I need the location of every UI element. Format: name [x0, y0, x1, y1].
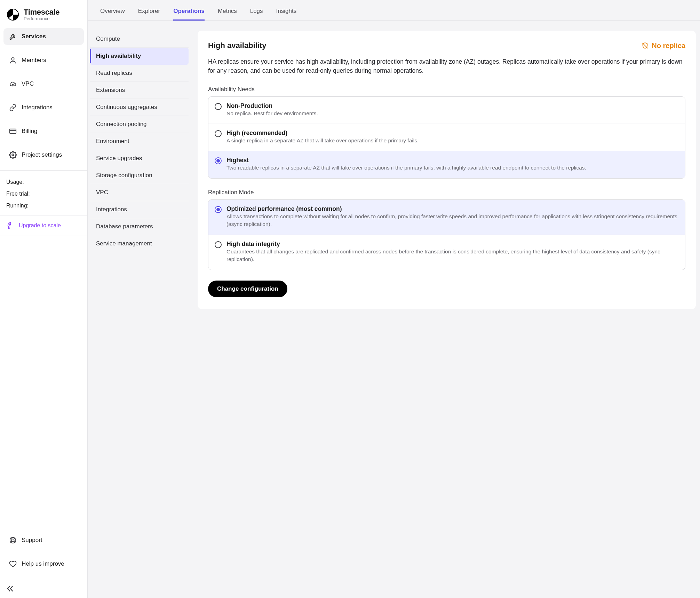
service-tabs: Overview Explorer Operations Metrics Log… [88, 2, 700, 21]
cloud-icon [9, 80, 17, 88]
sidebar-item-label: Integrations [22, 104, 53, 111]
link-icon [9, 104, 17, 111]
sidebar-item-label: Project settings [22, 151, 62, 158]
subnav-read-replicas[interactable]: Read replicas [90, 65, 189, 82]
tab-logs[interactable]: Logs [250, 2, 263, 21]
subnav-connection-pooling[interactable]: Connection pooling [90, 116, 189, 133]
subnav-service-upgrades[interactable]: Service upgrades [90, 150, 189, 167]
replication-section-label: Replication Mode [208, 189, 685, 196]
subnav-vpc[interactable]: VPC [90, 184, 189, 201]
radio-icon [215, 157, 222, 164]
option-title: High (recommended) [226, 129, 287, 136]
subnav-environment[interactable]: Environment [90, 133, 189, 150]
upgrade-link[interactable]: Upgrade to scale [0, 215, 87, 236]
sidebar-item-services[interactable]: Services [3, 28, 84, 45]
sidebar-usage-section: Usage: Free trial: Running: [0, 170, 87, 215]
availability-option-group: Non-Production No replica. Best for dev … [208, 96, 685, 179]
svg-line-8 [11, 538, 12, 540]
subnav-integrations[interactable]: Integrations [90, 201, 189, 218]
trial-label: Free trial: [6, 188, 81, 200]
svg-line-10 [11, 541, 12, 543]
radio-icon [215, 206, 222, 213]
subnav-database-parameters[interactable]: Database parameters [90, 218, 189, 235]
radio-icon [215, 103, 222, 110]
sidebar-item-members[interactable]: Members [3, 52, 84, 69]
replication-option-optimized[interactable]: Optimized performance (most common) Allo… [208, 200, 685, 235]
shield-off-icon [641, 42, 649, 49]
svg-point-5 [10, 224, 11, 225]
svg-line-9 [14, 541, 15, 543]
tab-overview[interactable]: Overview [100, 2, 125, 21]
sidebar-item-label: Members [22, 57, 46, 64]
sidebar-item-label: VPC [22, 80, 34, 87]
option-title: High data integrity [226, 241, 280, 247]
sidebar-item-help-improve[interactable]: Help us improve [3, 556, 84, 572]
replication-option-group: Optimized performance (most common) Allo… [208, 199, 685, 270]
chevron-double-left-icon [6, 585, 15, 592]
option-description: A single replica in a separate AZ that w… [226, 137, 679, 144]
main-content: Overview Explorer Operations Metrics Log… [88, 0, 700, 598]
change-configuration-button[interactable]: Change configuration [208, 281, 287, 297]
wrench-icon [9, 33, 17, 40]
sidebar-item-vpc[interactable]: VPC [3, 76, 84, 92]
running-label: Running: [6, 200, 81, 212]
sidebar: Timescale Performance Services Members [0, 0, 88, 598]
operations-subnav: Compute High availability Read replicas … [88, 31, 189, 309]
radio-icon [215, 130, 222, 137]
sidebar-item-billing[interactable]: Billing [3, 123, 84, 140]
tab-operations[interactable]: Operations [173, 2, 205, 21]
availability-option-highest[interactable]: Highest Two readable replicas in a separ… [208, 151, 685, 178]
availability-option-high[interactable]: High (recommended) A single replica in a… [208, 124, 685, 151]
sidebar-item-integrations[interactable]: Integrations [3, 99, 84, 116]
sidebar-item-support[interactable]: Support [3, 532, 84, 549]
gear-icon [9, 151, 17, 159]
tab-insights[interactable]: Insights [276, 2, 297, 21]
primary-nav: Services Members VPC Integrations [0, 25, 87, 170]
subnav-compute[interactable]: Compute [90, 31, 189, 48]
brand-subtitle: Performance [24, 16, 59, 21]
heart-icon [9, 560, 17, 568]
panel-description: HA replicas ensure your service has high… [208, 57, 685, 76]
subnav-extensions[interactable]: Extensions [90, 82, 189, 99]
rocket-icon [6, 222, 14, 229]
option-description: Two readable replicas in a separate AZ t… [226, 164, 679, 172]
svg-rect-2 [10, 129, 16, 134]
sidebar-item-project-settings[interactable]: Project settings [3, 147, 84, 163]
option-title: Optimized performance (most common) [226, 205, 342, 212]
radio-icon [215, 241, 222, 248]
option-title: Non-Production [226, 102, 272, 109]
sidebar-item-label: Services [22, 33, 46, 40]
sidebar-item-label: Help us improve [22, 560, 64, 567]
subnav-high-availability[interactable]: High availability [90, 48, 189, 65]
lifebuoy-icon [9, 536, 17, 544]
brand-block: Timescale Performance [0, 0, 87, 25]
brand-logo-icon [6, 8, 19, 21]
option-title: Highest [226, 157, 249, 164]
brand-title: Timescale [24, 8, 59, 17]
availability-section-label: Availability Needs [208, 86, 685, 93]
svg-line-11 [14, 538, 15, 540]
sidebar-item-label: Support [22, 537, 42, 544]
subnav-storage-configuration[interactable]: Storage configuration [90, 167, 189, 184]
sidebar-item-label: Billing [22, 128, 37, 135]
panel-title: High availability [208, 41, 267, 50]
svg-point-1 [11, 58, 14, 60]
svg-point-4 [12, 154, 14, 156]
tab-explorer[interactable]: Explorer [138, 2, 160, 21]
upgrade-label: Upgrade to scale [19, 222, 61, 229]
replica-status-label: No replica [652, 42, 685, 50]
replication-option-high-integrity[interactable]: High data integrity Guarantees that all … [208, 235, 685, 270]
option-description: Allows transactions to complete without … [226, 213, 679, 228]
card-icon [9, 127, 17, 135]
user-icon [9, 56, 17, 64]
subnav-service-management[interactable]: Service management [90, 235, 189, 252]
availability-option-non-production[interactable]: Non-Production No replica. Best for dev … [208, 97, 685, 124]
ha-panel: High availability No replica HA replicas… [198, 31, 696, 309]
replica-status-badge: No replica [641, 42, 685, 50]
tab-metrics[interactable]: Metrics [218, 2, 237, 21]
usage-label: Usage: [6, 176, 81, 188]
subnav-continuous-aggregates[interactable]: Continuous aggregates [90, 99, 189, 116]
option-description: Guarantees that all changes are replicat… [226, 248, 679, 263]
option-description: No replica. Best for dev environments. [226, 110, 679, 117]
collapse-sidebar-button[interactable] [0, 579, 87, 598]
